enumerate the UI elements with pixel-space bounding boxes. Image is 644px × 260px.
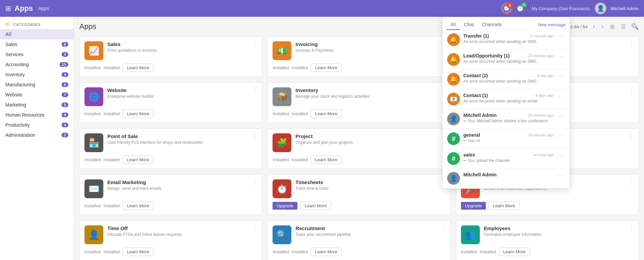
search-btn[interactable]: 🔍 xyxy=(631,23,639,30)
activity-btn[interactable]: 🕐 21 xyxy=(514,2,526,14)
sidebar-item-marketing[interactable]: Marketing5 xyxy=(0,100,74,110)
new-message-btn[interactable]: New message xyxy=(538,20,566,29)
app-card-footer: Installed Installed Learn More xyxy=(273,156,445,164)
message-item[interactable]: # sales an hour ago ↩ You: joined the ch… xyxy=(442,149,570,169)
message-item[interactable]: # general 24 minutes ago ↩ You: hi ⋯ xyxy=(442,129,570,149)
app-desc: Centralize employee information xyxy=(484,232,634,237)
sidebar-item-all[interactable]: All xyxy=(0,29,74,39)
app-card-menu[interactable]: ⋮ xyxy=(629,178,635,185)
msg-menu[interactable]: ⋯ xyxy=(557,33,565,40)
app-card-menu[interactable]: ⋮ xyxy=(629,224,635,231)
learn-more-btn[interactable]: Learn More xyxy=(311,248,342,256)
learn-more-btn[interactable]: Learn More xyxy=(311,63,342,72)
channel-avatar: # xyxy=(447,152,460,165)
sidebar-item-label: Inventory xyxy=(5,72,25,77)
msg-time: a day ago xyxy=(537,74,553,78)
app-card-menu[interactable]: ⋮ xyxy=(252,224,258,231)
msg-time: 4 days ago xyxy=(535,93,553,97)
app-card-menu[interactable]: ⋮ xyxy=(440,224,447,231)
msg-menu[interactable]: ⋯ xyxy=(557,113,565,119)
sidebar-item-label: Sales xyxy=(5,42,17,47)
sidebar-item-services[interactable]: Services4 xyxy=(0,49,74,59)
sidebar-item-human-resources[interactable]: Human Resources9 xyxy=(0,110,74,120)
app-card-menu[interactable]: ⋮ xyxy=(252,132,258,139)
message-item[interactable]: 🔔 Transfer (1) 3 minutes ago An error oc… xyxy=(442,30,570,50)
sidebar-item-sales[interactable]: Sales8 xyxy=(0,39,74,49)
sidebar-item-label: All xyxy=(5,32,11,37)
learn-more-btn[interactable]: Learn More xyxy=(122,63,153,72)
tab-channels[interactable]: Channels xyxy=(478,20,506,30)
app-card-header: 📦 Inventory Manage your stock and logist… xyxy=(273,87,445,106)
app-card-menu[interactable]: ⋮ xyxy=(629,132,635,139)
pagination-next[interactable]: › xyxy=(600,23,605,30)
learn-more-btn[interactable]: Learn More xyxy=(489,202,520,210)
app-icon: 📈 xyxy=(84,41,103,60)
learn-more-btn[interactable]: Learn More xyxy=(122,202,153,210)
app-name: Invoicing xyxy=(295,41,445,47)
sidebar-item-website[interactable]: Website7 xyxy=(0,90,74,100)
grid-icon[interactable]: ⊞ xyxy=(5,4,11,12)
list-view-btn[interactable]: ☰ xyxy=(620,23,627,31)
msg-menu[interactable]: ⋯ xyxy=(557,53,565,59)
msg-menu[interactable]: ⋯ xyxy=(557,172,565,178)
app-card: ⋮ 💵 Invoicing Invoices & Payments Instal… xyxy=(267,36,450,77)
sidebar-item-accounting[interactable]: Accounting13 xyxy=(0,59,74,70)
sidebar-item-administration[interactable]: Administration2 xyxy=(0,130,74,140)
msg-sender: Contact (2) xyxy=(463,73,488,78)
avatar[interactable]: 👤 xyxy=(595,3,606,14)
learn-more-btn[interactable]: Learn More xyxy=(122,248,153,256)
message-item[interactable]: 👤 Mitchell Admin 24 minutes ago ↩ You: M… xyxy=(442,109,570,129)
navbar-link[interactable]: Apps xyxy=(38,6,49,11)
msg-menu[interactable]: ⋯ xyxy=(557,73,565,79)
sidebar-item-productivity[interactable]: Productivity4 xyxy=(0,120,74,130)
grid-view-btn[interactable]: ⊞ xyxy=(609,23,616,31)
msg-menu[interactable]: ⋯ xyxy=(557,152,565,159)
message-item[interactable]: 🔔 Contact (2) a day ago An error occurre… xyxy=(442,70,570,89)
upgrade-btn[interactable]: Upgrade xyxy=(273,202,297,210)
sidebar-section-title: 📁 CATEGORIES xyxy=(0,22,74,29)
app-info: Recruitment Track your recruitment pipel… xyxy=(295,225,445,237)
learn-more-btn[interactable]: Learn More xyxy=(311,156,342,164)
msg-menu[interactable]: ⋯ xyxy=(557,132,565,139)
upgrade-btn[interactable]: Upgrade xyxy=(461,202,486,210)
tab-chat[interactable]: Chat xyxy=(460,20,478,30)
app-name: Email Marketing xyxy=(107,179,257,185)
message-item[interactable]: 📧 Contact (1) 4 days ago An error occurr… xyxy=(442,89,570,109)
app-icon: 🌐 xyxy=(84,87,103,106)
msg-text: An error occurred when sending an SMS. xyxy=(463,79,553,84)
sidebar-item-inventory[interactable]: Inventory4 xyxy=(0,70,74,80)
sidebar-item-count: 5 xyxy=(62,102,68,107)
app-name: Recruitment xyxy=(295,225,445,231)
user-avatar: 🔔 xyxy=(447,33,460,46)
learn-more-btn[interactable]: Learn More xyxy=(311,110,342,118)
app-card-header: 🏪 Point of Sale User-friendly PoS interf… xyxy=(84,133,257,152)
tab-all[interactable]: All xyxy=(446,20,460,30)
learn-more-btn[interactable]: Learn More xyxy=(300,202,331,210)
message-item[interactable]: 👤 Mitchell Admin ⋯ xyxy=(442,169,570,188)
app-card: ⋮ 📈 Sales From quotations to invoices In… xyxy=(79,36,262,77)
app-card-footer: Installed Installed Learn More xyxy=(84,248,257,256)
app-desc: Manage your stock and logistics activiti… xyxy=(295,94,445,99)
sidebar-item-manufacturing[interactable]: Manufacturing5 xyxy=(0,80,74,90)
msg-content: Mitchell Admin xyxy=(463,172,553,178)
msg-menu[interactable]: ⋯ xyxy=(557,93,565,99)
msg-content: Contact (2) a day ago An error occurred … xyxy=(463,73,553,84)
navbar-actions: 💬 5 🕐 21 My Company (San Francisco) 👤 Mi… xyxy=(501,2,639,14)
app-card-menu[interactable]: ⋮ xyxy=(252,178,258,185)
msg-text: An error occurred when sending an SMS. xyxy=(463,59,553,64)
app-card-menu[interactable]: ⋮ xyxy=(629,86,635,93)
app-card-menu[interactable]: ⋮ xyxy=(252,86,258,93)
message-item[interactable]: 🔔 Lead/Opportunity (1) 21 minutes ago An… xyxy=(442,50,570,70)
folder-icon: 📁 xyxy=(5,22,10,27)
learn-more-btn[interactable]: Learn More xyxy=(122,156,153,164)
messaging-btn[interactable]: 💬 5 xyxy=(501,2,513,14)
app-card-menu[interactable]: ⋮ xyxy=(629,40,635,47)
app-desc: Track your recruitment pipeline xyxy=(295,232,445,237)
sidebar-item-count: 9 xyxy=(62,113,68,117)
app-name: Website xyxy=(107,87,257,93)
pagination-prev[interactable]: ‹ xyxy=(592,23,596,30)
learn-more-btn[interactable]: Learn More xyxy=(499,248,530,256)
msg-sender: Mitchell Admin xyxy=(463,172,497,177)
app-card-menu[interactable]: ⋮ xyxy=(252,40,258,47)
learn-more-btn[interactable]: Learn More xyxy=(122,110,153,118)
